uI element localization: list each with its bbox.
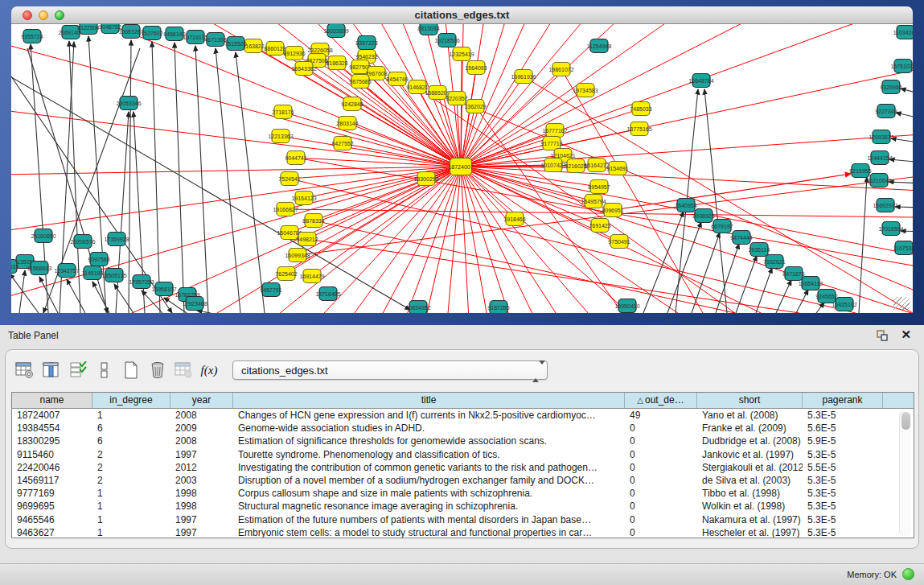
graph-node[interactable]: 19166827 [273,203,298,216]
table-row[interactable]: 1830029562008Estimation of significance … [12,435,914,447]
graph-node[interactable]: 1918465 [503,212,525,226]
graph-node[interactable]: 8357223 [355,36,377,50]
table-row[interactable]: 2242004622012Investigating the contribut… [12,461,914,474]
graph-node[interactable]: 16914479 [299,270,324,283]
graph-node[interactable]: 11568693 [27,262,52,275]
graph-node[interactable]: 16950410 [614,299,639,313]
graph-node[interactable]: 11034261 [893,26,913,39]
column-header-out_de[interactable]: △out_de… [625,393,697,408]
graph-node[interactable]: 9097588 [88,253,109,266]
graph-node[interactable]: 7515526 [224,37,246,51]
graph-node[interactable]: 1167538 [893,241,913,255]
table-row[interactable]: 946362711997Embryonic stem cells: a mode… [12,526,914,538]
show-columns-icon[interactable] [40,360,63,381]
graph-node[interactable]: 8813034 [417,24,439,35]
graph-node[interactable]: 8878334 [302,214,324,228]
graph-node[interactable]: 4671358 [204,33,226,47]
graph-node[interactable]: 6679197 [711,220,733,233]
graph-node[interactable]: 16958107 [151,282,176,296]
graph-node[interactable]: 19218506 [434,34,459,47]
graph-node[interactable]: 15495794 [581,195,606,208]
graph-node[interactable]: 9044741 [285,151,306,165]
network-window-titlebar[interactable]: citations_edges.txt [11,6,913,24]
graph-node[interactable]: 8215955 [849,164,871,178]
graph-node[interactable]: 7691423 [589,219,610,233]
graph-node[interactable]: 9498212 [296,233,318,246]
graph-node[interactable]: 16164277 [584,159,609,172]
float-panel-icon[interactable] [876,329,889,342]
close-panel-icon[interactable]: ✕ [901,328,911,342]
table-scrollbar-thumb[interactable] [901,412,910,430]
graph-node[interactable]: 8096951 [602,204,623,217]
table-row[interactable]: 1456911722003Disruption of a novel membe… [12,474,914,487]
resize-grip-icon[interactable] [893,297,910,310]
graph-node[interactable]: 20053346 [116,97,141,110]
graph-node[interactable]: 1640954 [675,199,696,212]
create-column-icon[interactable] [120,360,142,381]
graph-node[interactable]: 10653287 [118,25,143,39]
graph-node[interactable]: 2718176 [272,105,294,119]
table-mode-icon[interactable] [93,360,116,381]
graph-node[interactable]: 9457791 [260,283,281,297]
graph-node[interactable]: 12444154 [867,151,892,165]
citation-network-graph[interactable]: 9163822886012889129362322605898275051654… [11,24,913,313]
graph-node[interactable]: 16777167 [542,124,567,138]
select-rows-icon[interactable] [67,360,89,381]
graph-node[interactable]: 10834952 [405,301,430,314]
graph-node[interactable]: 9154691 [606,162,628,175]
graph-node[interactable]: 8122504 [77,24,99,35]
graph-node[interactable]: 7625402 [275,267,297,281]
graph-node[interactable]: 1145193 [82,266,104,280]
graph-node[interactable]: 1564093 [465,61,487,75]
graph-node[interactable]: 8471676 [782,267,804,281]
graph-node[interactable]: 2935114 [749,243,770,257]
graph-node[interactable]: 15716485 [315,287,340,301]
graph-node[interactable]: 12342757 [54,264,79,278]
table-scrollbar[interactable] [899,410,911,536]
graph-node[interactable]: 19861072 [548,63,573,76]
column-header-year[interactable]: year [170,393,233,408]
graph-node[interactable]: 9750491 [608,235,630,249]
graph-node[interactable]: 11254948 [587,39,612,53]
column-header-in_degree[interactable]: in_degree [92,393,170,408]
column-header-pagerank[interactable]: pagerank [803,393,883,408]
table-row[interactable]: 1938455462009Genome-wide association stu… [12,422,914,435]
table-row[interactable]: 946554611997Estimation of the future num… [12,513,914,526]
graph-node[interactable]: 15751074 [890,60,913,73]
table-row[interactable]: 911546021997Tourette syndrome. Phenomeno… [12,448,914,461]
graph-node[interactable]: 16543382 [291,62,316,76]
column-header-name[interactable]: name [12,393,92,408]
table-row[interactable]: 969969511998Structural magnetic resonanc… [12,500,914,513]
graph-node[interactable]: 12093872 [869,130,893,144]
graph-node[interactable]: 17016504 [878,222,903,236]
network-graph-canvas[interactable]: 9163822886012889129362322605898275051654… [11,24,913,313]
graph-node[interactable]: 12213363 [268,130,293,143]
graph-node[interactable]: 2803144 [336,117,358,130]
graph-node[interactable]: 9355724 [21,30,43,43]
column-header-title[interactable]: title [233,393,625,408]
delete-table-icon[interactable] [173,360,195,381]
memory-status-indicator[interactable] [902,568,914,580]
graph-node[interactable]: 7524541 [278,172,300,186]
graph-node[interactable]: 16961936 [511,70,536,84]
table-selector-dropdown[interactable]: citations_edges.txt [232,360,548,380]
graph-node[interactable]: 9474444 [730,231,752,245]
graph-node[interactable]: 8427552 [331,137,353,150]
graph-node[interactable]: 9227349 [875,105,897,118]
table-row[interactable]: 977716911998Corpus callosum shape and si… [12,487,914,500]
graph-node[interactable]: 16425102 [832,298,856,311]
column-header-short[interactable]: short [697,393,803,408]
table-row[interactable]: 1872400712008Changes of HCN gene express… [12,409,914,422]
graph-node[interactable]: 12923468 [182,297,207,311]
graph-node[interactable]: 7485033 [630,102,651,116]
graph-node[interactable]: 10654112 [799,277,823,290]
graph-node[interactable]: 16648784 [688,74,713,88]
graph-node[interactable]: 16210643 [866,174,891,187]
graph-node[interactable]: 7932621 [763,255,785,269]
graph-node[interactable]: 9329966 [880,80,901,94]
graph-node[interactable]: 19164123 [291,192,316,205]
graph-node[interactable]: 18775165 [626,122,651,136]
graph-node[interactable]: 18300295 [413,172,438,186]
graph-node[interactable]: 8912936 [283,47,305,60]
graph-node[interactable]: 8454749 [386,72,408,86]
